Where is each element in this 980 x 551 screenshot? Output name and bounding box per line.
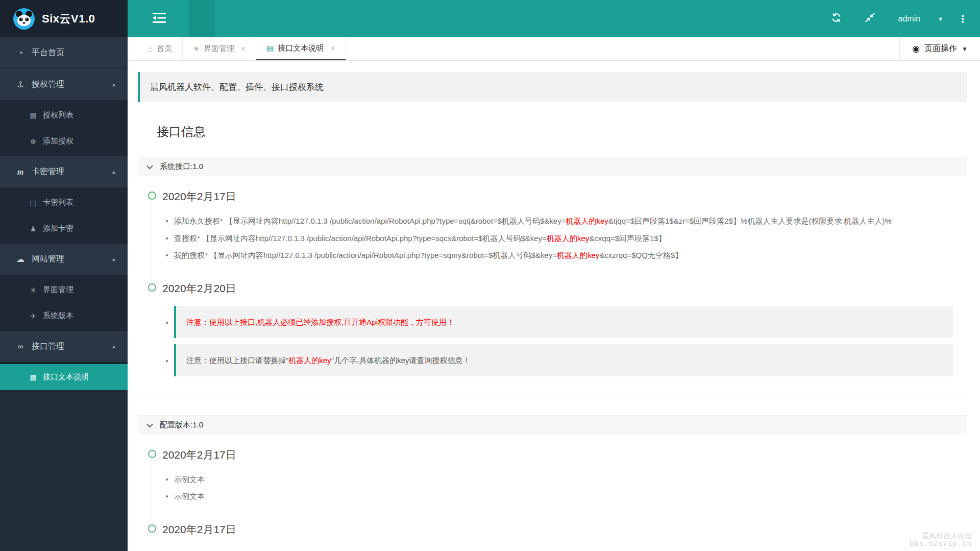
refresh-icon	[831, 12, 842, 25]
text-part: 示例文本	[174, 475, 205, 484]
list-item: 查授权* 【显示网址内容http//127.0.1.3 /public/acti…	[165, 231, 967, 246]
entry-date: 2020年2月17日	[162, 448, 967, 462]
sidebar-submenu: ✳界面管理✈系统版本	[0, 275, 128, 331]
text-part: &tjqq=$回声段落1$&zr=$回声段落2$】%机器人主人要求是(权限要求:…	[608, 217, 892, 225]
compress-button[interactable]	[865, 13, 875, 25]
sidebar-item[interactable]: ⚓授权管理▲	[0, 69, 128, 101]
sidebar-subitem[interactable]: ♟添加卡密	[0, 215, 128, 242]
page: Six云V1.0 ◔平台首页⚓授权管理▲▤授权列表⊕添加授权m卡密管理▲▤卡密列…	[0, 0, 980, 551]
cloud-icon: ☁	[14, 254, 27, 264]
anchor-icon: ⚓	[14, 80, 27, 89]
user-menu[interactable]: admin	[898, 14, 921, 23]
chevron-up-icon: ▲	[111, 82, 116, 87]
app-logo[interactable]: Six云V1.0	[0, 0, 128, 37]
doc-icon: ▤	[266, 44, 274, 53]
collapse-title: 配置版本:1.0	[160, 420, 203, 430]
note-box: 注意：使用以上接口,机器人必须已经添加授权,且开通Api权限功能，方可使用！	[174, 306, 953, 338]
link-icon: ∞	[14, 342, 27, 351]
sidebar-item[interactable]: ◔平台首页	[0, 37, 128, 69]
panel-body: 2020年2月17日添加永久授权* 【显示网址内容http//127.0.1.3…	[138, 176, 967, 376]
close-icon[interactable]: ×	[241, 45, 246, 53]
timeline-entry: 2020年2月17日示例文本示例文本	[148, 448, 967, 504]
sidebar-subitem-label: 界面管理	[43, 285, 74, 295]
sidebar-subitem[interactable]: ✈系统版本	[0, 303, 128, 329]
sidebar-item-label: 授权管理	[32, 79, 64, 90]
text-part: 注意：使用以上接口,机器人必须已经添加授权,且开通Api权限功能，方可使用！	[186, 318, 454, 326]
caret-down-icon[interactable]: ▼	[938, 16, 943, 22]
list-item: 示例文本	[165, 489, 967, 504]
list-icon: ▤	[27, 111, 39, 119]
sidebar-menu: ◔平台首页⚓授权管理▲▤授权列表⊕添加授权m卡密管理▲▤卡密列表♟添加卡密☁网站…	[0, 37, 128, 392]
refresh-button[interactable]	[831, 12, 842, 25]
sidebar: Six云V1.0 ◔平台首页⚓授权管理▲▤授权列表⊕添加授权m卡密管理▲▤卡密列…	[0, 0, 128, 551]
sidebar-subitem[interactable]: ⊕添加授权	[0, 128, 128, 154]
sidebar-item-label: 平台首页	[32, 47, 64, 58]
page-actions-button[interactable]: ◉ 页面操作 ▼	[899, 37, 980, 60]
sidebar-item[interactable]: ∞接口管理▲	[0, 331, 128, 363]
send-icon: ✈	[27, 312, 39, 320]
tab-label: 界面管理	[204, 44, 234, 54]
collapse-panel: 系统接口:1.02020年2月17日添加永久授权* 【显示网址内容http//1…	[138, 157, 967, 398]
note-item: 注意：使用以上接口,机器人必须已经添加授权,且开通Api权限功能，方可使用！	[165, 306, 967, 338]
timeline-entry: 2020年2月20日注意：使用以上接口,机器人必须已经添加授权,且开通Api权限…	[148, 281, 967, 376]
collapse-header[interactable]: 配置版本:1.0	[138, 415, 967, 435]
sidebar-toggle-button[interactable]	[153, 12, 166, 26]
entry-items: 示例文本示例文本	[165, 472, 967, 504]
sidebar-submenu: ▤卡密列表♟添加卡密	[0, 188, 128, 244]
timeline-dot-icon	[148, 191, 156, 200]
sidebar-subitem-label: 添加授权	[43, 136, 74, 146]
system-banner: 晨风机器人软件、配置、插件、接口授权系统	[138, 72, 967, 102]
yelp-icon: ✳	[193, 44, 200, 54]
chevron-down-icon	[146, 421, 153, 427]
chevron-up-icon: ▲	[111, 256, 116, 262]
chevron-up-icon: ▲	[111, 344, 116, 349]
sidebar-submenu: ▤接口文本说明	[0, 363, 128, 392]
sidebar-subitem[interactable]: ▤接口文本说明	[0, 364, 128, 390]
entry-date: 2020年2月20日	[162, 281, 967, 296]
timeline-entry: 2020年2月17日	[148, 522, 967, 537]
tab-label: 首页	[157, 44, 172, 54]
entry-date: 2020年2月17日	[162, 189, 967, 204]
collapse-header[interactable]: 系统接口:1.0	[138, 157, 967, 176]
sidebar-subitem[interactable]: ▤授权列表	[0, 102, 128, 128]
sidebar-item[interactable]: m卡密管理▲	[0, 156, 128, 188]
app-title: Six云V1.0	[42, 11, 95, 27]
section-legend: 接口信息	[138, 124, 967, 140]
timeline-dot-icon	[148, 283, 156, 292]
sidebar-subitem-label: 授权列表	[43, 110, 74, 120]
list-item: 示例文本	[165, 472, 967, 487]
close-icon[interactable]: ×	[330, 44, 335, 53]
collapse-sidebar-icon	[153, 12, 166, 26]
dashboard-icon: ◔	[14, 49, 27, 58]
timeline-entry: 2020年2月17日添加永久授权* 【显示网址内容http//127.0.1.3…	[148, 189, 967, 263]
panda-logo-icon	[13, 8, 35, 30]
text-part: "几个字,具体机器的key请查询授权信息！	[331, 356, 471, 365]
panel-body: 2020年2月17日示例文本示例文本2020年2月17日	[138, 435, 967, 537]
text-part: 机器人的key	[547, 234, 589, 243]
timeline-dot-icon	[148, 450, 156, 458]
sidebar-submenu: ▤授权列表⊕添加授权	[0, 101, 128, 156]
tab-首页[interactable]: ⌂首页	[138, 37, 183, 60]
topbar-accent-block[interactable]	[189, 0, 215, 37]
tab-接口文本说明[interactable]: ▤接口文本说明×	[256, 37, 346, 60]
entry-items: 注意：使用以上接口,机器人必须已经添加授权,且开通Api权限功能，方可使用！注意…	[165, 306, 967, 376]
sidebar-subitem[interactable]: ✳界面管理	[0, 277, 128, 303]
list-item: 我的授权* 【显示网址内容http//127.0.1.3 /public/act…	[165, 248, 967, 263]
user-secret-icon: ♟	[27, 225, 39, 233]
sidebar-subitem-label: 卡密列表	[43, 198, 74, 207]
list-icon: ▤	[27, 199, 39, 207]
sidebar-subitem[interactable]: ▤卡密列表	[0, 189, 128, 215]
text-part: 机器人的key	[288, 356, 331, 365]
ellipsis-icon[interactable]: ⋮	[958, 14, 968, 24]
topbar: admin ▼ ⋮	[128, 0, 980, 37]
sidebar-subitem-label: 系统版本	[43, 311, 74, 321]
tab-界面管理[interactable]: ✳界面管理×	[183, 37, 256, 60]
sidebar-item[interactable]: ☁网站管理▲	[0, 244, 128, 275]
chevron-down-icon	[146, 163, 153, 170]
user-plus-icon: ⊕	[27, 137, 39, 146]
sidebar-item-label: 接口管理	[32, 341, 64, 352]
text-part: 机器人的key	[557, 251, 599, 259]
doc-icon: ▤	[27, 373, 39, 381]
text-part: 机器人的key	[566, 217, 608, 225]
text-part: &cxzrqq=$QQ无空格$】	[599, 251, 682, 259]
